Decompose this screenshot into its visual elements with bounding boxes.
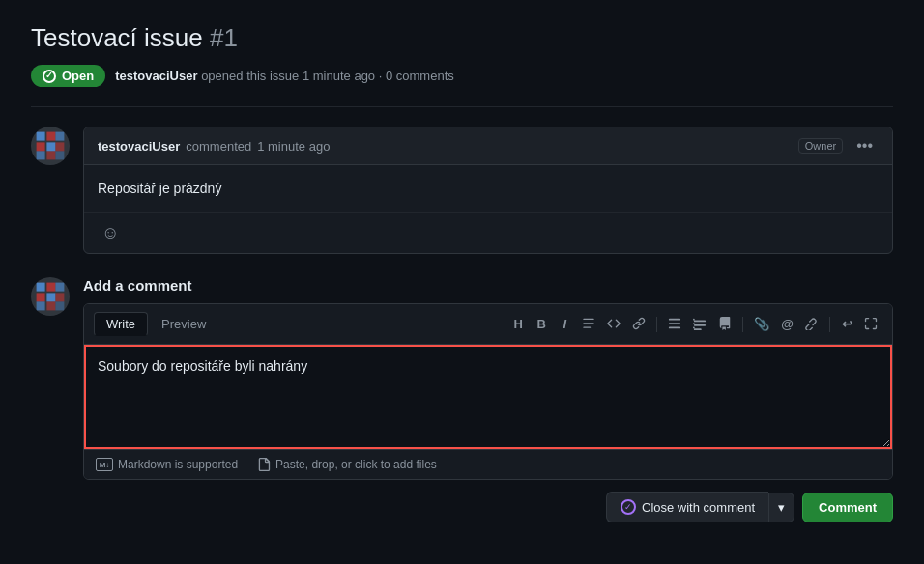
tab-write[interactable]: Write bbox=[94, 312, 148, 336]
toolbar-undo-btn[interactable]: ↩ bbox=[836, 314, 857, 334]
open-badge: Open bbox=[31, 65, 105, 87]
issue-author-name: testovaciUser bbox=[115, 69, 197, 83]
toolbar-separator-2 bbox=[742, 317, 743, 332]
close-with-comment-button[interactable]: Close with comment bbox=[606, 492, 768, 522]
toolbar-ordered-list-btn[interactable] bbox=[663, 313, 686, 336]
svg-rect-1 bbox=[37, 132, 45, 141]
svg-rect-17 bbox=[37, 301, 45, 310]
svg-rect-3 bbox=[37, 142, 45, 151]
svg-rect-6 bbox=[55, 142, 64, 151]
file-icon bbox=[257, 458, 271, 471]
editor-file-area: M↓ Markdown is supported Paste, drop, or… bbox=[84, 449, 892, 479]
comment-header: testovaciUser commented 1 minute ago Own… bbox=[84, 127, 892, 165]
issue-time: 1 minute ago bbox=[303, 69, 375, 83]
issue-title-text: Testovací issue bbox=[31, 23, 203, 52]
toolbar-bold-btn[interactable]: B bbox=[531, 314, 552, 334]
toolbar-separator-3 bbox=[829, 317, 830, 332]
svg-rect-2 bbox=[46, 132, 55, 141]
issue-comments-count: 0 comments bbox=[386, 69, 454, 83]
toolbar-fullscreen-btn[interactable] bbox=[859, 313, 882, 336]
comment-header-left: testovaciUser commented 1 minute ago bbox=[98, 139, 330, 154]
toolbar-quote-btn[interactable] bbox=[577, 313, 600, 336]
close-check-icon bbox=[621, 499, 636, 515]
divider bbox=[31, 106, 893, 107]
toolbar-unordered-list-btn[interactable] bbox=[688, 313, 711, 336]
toolbar-link-btn[interactable] bbox=[627, 313, 650, 336]
open-badge-label: Open bbox=[62, 69, 94, 83]
issue-number: #1 bbox=[210, 23, 238, 52]
toolbar-heading-btn[interactable]: H bbox=[507, 314, 529, 334]
svg-rect-12 bbox=[46, 283, 55, 292]
svg-rect-15 bbox=[55, 283, 64, 292]
comment-textarea[interactable]: Soubory do repositáře byli nahrány bbox=[84, 345, 892, 449]
add-comment-section: Add a comment Write Preview H B I bbox=[31, 277, 893, 522]
open-badge-check-icon bbox=[43, 70, 56, 83]
comment-thread: testovaciUser commented 1 minute ago Own… bbox=[31, 127, 893, 254]
commenter-avatar bbox=[31, 127, 70, 165]
svg-rect-16 bbox=[55, 293, 64, 301]
issue-meta-text: testovaciUser opened this issue 1 minute… bbox=[115, 69, 454, 83]
emoji-reaction-button[interactable]: ☺ bbox=[98, 221, 123, 245]
svg-rect-9 bbox=[55, 151, 64, 159]
editor-container: Write Preview H B I bbox=[83, 303, 893, 480]
toolbar-task-list-btn[interactable] bbox=[713, 313, 736, 336]
svg-rect-8 bbox=[46, 151, 55, 159]
toolbar-reference-btn[interactable] bbox=[800, 313, 823, 336]
comment-footer: ☺ bbox=[84, 212, 892, 253]
existing-comment-box: testovaciUser commented 1 minute ago Own… bbox=[83, 127, 893, 254]
file-paste-hint: Paste, drop, or click to add files bbox=[257, 458, 437, 471]
editor-tabs-left: Write Preview bbox=[94, 312, 217, 336]
issue-meta-row: Open testovaciUser opened this issue 1 m… bbox=[31, 65, 893, 87]
owner-badge: Owner bbox=[798, 138, 843, 154]
toolbar-attach-btn[interactable]: 📎 bbox=[749, 314, 774, 334]
action-row: Close with comment ▾ Comment bbox=[83, 492, 893, 522]
svg-rect-5 bbox=[55, 132, 64, 141]
svg-rect-11 bbox=[37, 283, 45, 292]
svg-rect-7 bbox=[37, 151, 45, 159]
issue-action-text: opened this issue bbox=[201, 69, 303, 83]
comment-header-right: Owner ••• bbox=[798, 135, 879, 156]
comment-body-text: Repositář je prázdný bbox=[98, 179, 879, 199]
comment-editor: Add a comment Write Preview H B I bbox=[83, 277, 893, 522]
svg-rect-19 bbox=[55, 301, 64, 310]
tab-preview[interactable]: Preview bbox=[150, 312, 217, 336]
toolbar-separator-1 bbox=[656, 317, 657, 332]
dropdown-arrow-icon: ▾ bbox=[778, 500, 785, 515]
comment-action: commented bbox=[186, 139, 251, 154]
current-user-avatar bbox=[31, 277, 70, 316]
svg-rect-18 bbox=[46, 301, 55, 310]
issue-dot: · bbox=[379, 69, 386, 83]
file-hint-text: Paste, drop, or click to add files bbox=[275, 458, 437, 471]
markdown-icon: M↓ bbox=[96, 458, 113, 471]
markdown-hint: M↓ Markdown is supported bbox=[96, 458, 238, 471]
avatar-image bbox=[33, 128, 68, 163]
close-comment-label: Close with comment bbox=[642, 500, 755, 515]
add-comment-label: Add a comment bbox=[83, 277, 893, 294]
markdown-hint-text: Markdown is supported bbox=[118, 458, 238, 471]
comment-body: Repositář je prázdný bbox=[84, 165, 892, 212]
comment-author: testovaciUser bbox=[98, 139, 180, 154]
svg-rect-13 bbox=[37, 293, 45, 301]
submit-comment-button[interactable]: Comment bbox=[802, 493, 893, 522]
toolbar-mention-btn[interactable]: @ bbox=[776, 314, 798, 334]
toolbar-code-btn[interactable] bbox=[602, 313, 625, 336]
close-comment-group: Close with comment ▾ bbox=[606, 492, 794, 522]
svg-rect-4 bbox=[46, 142, 55, 151]
editor-tabs-row: Write Preview H B I bbox=[84, 304, 892, 345]
toolbar-italic-btn[interactable]: I bbox=[554, 314, 575, 334]
svg-rect-14 bbox=[46, 293, 55, 301]
close-comment-dropdown-button[interactable]: ▾ bbox=[768, 493, 794, 522]
current-user-avatar-image bbox=[33, 279, 68, 314]
comment-options-button[interactable]: ••• bbox=[851, 135, 879, 156]
editor-toolbar: H B I bbox=[507, 313, 882, 336]
page-title: Testovací issue #1 bbox=[31, 23, 893, 53]
comment-time: 1 minute ago bbox=[257, 139, 330, 154]
